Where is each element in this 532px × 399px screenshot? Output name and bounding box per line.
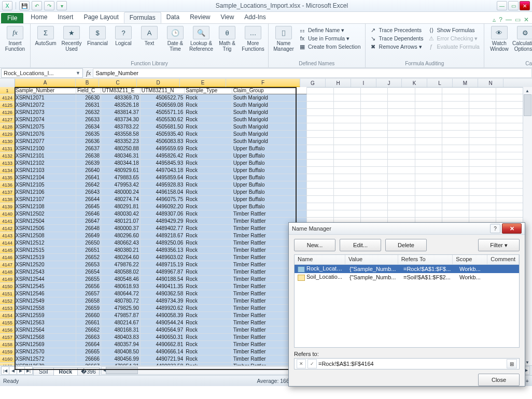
column-header-B[interactable]: B: [76, 79, 99, 87]
cell[interactable]: [442, 102, 469, 108]
cell[interactable]: 4490058.39: [141, 312, 185, 319]
cell[interactable]: [361, 210, 388, 217]
maximize-button[interactable]: ▭: [508, 1, 519, 10]
cell[interactable]: 479883.65: [101, 174, 141, 181]
cell[interactable]: [469, 203, 496, 210]
cell[interactable]: [469, 87, 496, 94]
sheet-nav-button[interactable]: |◀: [1, 366, 9, 375]
cell[interactable]: 480780.72: [101, 297, 141, 304]
cell[interactable]: [361, 181, 388, 188]
cell[interactable]: [307, 123, 334, 130]
row-header[interactable]: 4129: [0, 131, 15, 138]
cell[interactable]: [334, 152, 361, 159]
cell[interactable]: [469, 174, 496, 181]
financial-button[interactable]: $Financial: [86, 26, 109, 46]
cell[interactable]: [496, 109, 523, 116]
cell[interactable]: 4490721.94: [141, 355, 185, 362]
cell[interactable]: Rock: [185, 239, 232, 246]
cell[interactable]: 26645: [76, 203, 101, 210]
cell[interactable]: XSRN12520: [15, 261, 76, 268]
cell[interactable]: Upper Buffalo: [232, 181, 307, 188]
cell[interactable]: XSRN12075: [15, 123, 76, 130]
cell[interactable]: 483352.23: [101, 138, 141, 145]
cell[interactable]: Rock: [185, 174, 232, 181]
cell[interactable]: Rock: [185, 116, 232, 123]
cell[interactable]: XSRN12102: [15, 160, 76, 166]
cell[interactable]: 480588.02: [101, 268, 141, 275]
cell[interactable]: 480168.31: [101, 326, 141, 333]
workbook-close-icon[interactable]: ✕: [524, 16, 529, 23]
row-header[interactable]: 4137: [0, 189, 15, 196]
cell[interactable]: [469, 167, 496, 174]
cell[interactable]: South Marigold: [232, 102, 307, 108]
column-header-A[interactable]: A: [15, 79, 76, 87]
lookup-button[interactable]: 🔍Lookup & Reference: [189, 26, 213, 52]
show-formulas-button[interactable]: ⟨⟩Show Formulas: [427, 26, 481, 34]
cell[interactable]: XSRN12519: [15, 254, 76, 261]
row-header[interactable]: 4144: [0, 239, 15, 247]
cell[interactable]: [415, 102, 442, 108]
cell[interactable]: [361, 152, 388, 159]
refers-cancel-button[interactable]: ✕: [297, 359, 306, 368]
cell[interactable]: Rock: [185, 210, 232, 217]
cell[interactable]: [361, 94, 388, 101]
cell[interactable]: XSRN12106: [15, 189, 76, 195]
cell[interactable]: Rock: [185, 218, 232, 224]
redo-button[interactable]: ↷: [44, 1, 54, 10]
cell[interactable]: [307, 116, 334, 123]
cell[interactable]: [334, 160, 361, 166]
row-header[interactable]: 4136: [0, 181, 15, 189]
cell[interactable]: Upper Buffalo: [232, 167, 307, 174]
cell[interactable]: 4505935.40: [141, 131, 185, 137]
sheet-tab-soil[interactable]: Soil: [33, 367, 54, 375]
row-header[interactable]: 4152: [0, 297, 15, 305]
cell[interactable]: Rock: [185, 203, 232, 210]
cell[interactable]: Rock: [185, 334, 232, 340]
cell[interactable]: Rock: [185, 145, 232, 152]
use-in-formula-button[interactable]: fxUse in Formula ▾: [298, 34, 362, 42]
name-box-dropdown-icon[interactable]: ▼: [76, 70, 80, 76]
qat-customize[interactable]: ▾: [57, 1, 67, 10]
cell[interactable]: Upper Buffalo: [232, 174, 307, 181]
ribbon-tab-page-layout[interactable]: Page Layout: [78, 12, 123, 23]
cell[interactable]: [415, 203, 442, 210]
cell[interactable]: [307, 138, 334, 145]
cell[interactable]: 26634: [76, 123, 101, 130]
cell[interactable]: 4489429.29: [141, 218, 185, 224]
close-button[interactable]: Close: [478, 374, 520, 386]
cell[interactable]: XSRN12072: [15, 102, 76, 108]
cell[interactable]: 483558.58: [101, 131, 141, 137]
cell[interactable]: XSRN12544: [15, 276, 76, 282]
cell[interactable]: 480000.24: [101, 189, 141, 195]
cell[interactable]: [469, 152, 496, 159]
remove-arrows-button[interactable]: ✖Remove Arrows ▾: [369, 42, 425, 51]
cell[interactable]: 26665: [76, 348, 101, 355]
cell[interactable]: South Marigold: [232, 116, 307, 123]
cell[interactable]: [388, 123, 415, 130]
cell[interactable]: XSRN12100: [15, 145, 76, 152]
name-list[interactable]: Name Value Refers To Scope Comment Rock_…: [294, 254, 520, 348]
cell[interactable]: Timber Rattler: [232, 210, 307, 217]
cell[interactable]: South Marigold: [232, 138, 307, 145]
cell[interactable]: [469, 189, 496, 195]
cell[interactable]: [334, 210, 361, 217]
cell[interactable]: [415, 116, 442, 123]
workbook-min-icon[interactable]: —: [506, 16, 512, 23]
cell[interactable]: 26636: [76, 138, 101, 145]
cell[interactable]: [442, 94, 469, 101]
ribbon-minimize-icon[interactable]: ▵: [493, 16, 496, 23]
cell[interactable]: [388, 203, 415, 210]
cell[interactable]: Rock: [185, 348, 232, 355]
cell[interactable]: [496, 203, 523, 210]
cell[interactable]: [361, 167, 388, 174]
cell[interactable]: 4490650.31: [141, 334, 185, 340]
cell[interactable]: 26640: [76, 167, 101, 174]
row-header[interactable]: 1: [0, 87, 15, 94]
cell[interactable]: [442, 138, 469, 145]
cell[interactable]: 4490662.81: [141, 341, 185, 348]
refers-ok-button[interactable]: ✓: [307, 359, 317, 368]
filter-button[interactable]: Filter ▾: [478, 239, 520, 251]
cell[interactable]: XSRN12074: [15, 116, 76, 123]
cell[interactable]: 4489734.39: [141, 297, 185, 304]
cell[interactable]: XSRN12572: [15, 355, 76, 362]
